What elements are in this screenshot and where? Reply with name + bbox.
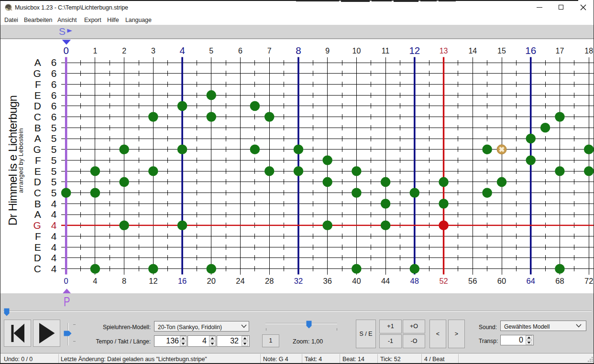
svg-text:F 4: F 4 xyxy=(35,231,57,242)
svg-text:24: 24 xyxy=(236,277,244,285)
svg-text:44: 44 xyxy=(381,277,390,285)
svg-text:48: 48 xyxy=(410,277,419,285)
svg-text:64: 64 xyxy=(527,277,535,285)
svg-text:C 4: C 4 xyxy=(34,263,57,274)
svg-text:36: 36 xyxy=(323,277,332,285)
svg-text:9: 9 xyxy=(325,47,330,55)
svg-text:C 6: C 6 xyxy=(34,111,57,122)
svg-text:20: 20 xyxy=(207,277,216,285)
svg-text:8: 8 xyxy=(296,45,301,56)
svg-text:52: 52 xyxy=(439,277,448,285)
svg-text:16: 16 xyxy=(525,45,536,56)
svg-text:6: 6 xyxy=(238,47,242,55)
svg-text:14: 14 xyxy=(468,47,477,55)
svg-text:G 6: G 6 xyxy=(33,68,56,79)
svg-text:7: 7 xyxy=(267,47,272,55)
svg-text:12: 12 xyxy=(149,277,157,285)
svg-text:A 6: A 6 xyxy=(34,57,57,68)
svg-text:32: 32 xyxy=(294,277,303,285)
svg-text:40: 40 xyxy=(352,277,361,285)
svg-text:B 5: B 5 xyxy=(34,122,57,133)
svg-text:F 6: F 6 xyxy=(35,79,57,90)
svg-text:A 4: A 4 xyxy=(34,209,57,220)
svg-text:3: 3 xyxy=(151,47,155,55)
svg-text:D 6: D 6 xyxy=(34,100,57,111)
svg-text:15: 15 xyxy=(497,47,506,55)
svg-text:28: 28 xyxy=(265,277,274,285)
svg-text:16: 16 xyxy=(178,277,187,285)
svg-text:1: 1 xyxy=(93,47,97,55)
svg-text:13: 13 xyxy=(440,47,448,55)
svg-text:C 5: C 5 xyxy=(34,187,57,198)
svg-text:D 5: D 5 xyxy=(34,176,57,187)
svg-text:0: 0 xyxy=(63,45,68,56)
svg-text:12: 12 xyxy=(409,45,420,56)
svg-text:E 6: E 6 xyxy=(34,90,57,101)
svg-text:E 5: E 5 xyxy=(34,166,57,177)
svg-text:2: 2 xyxy=(122,47,126,55)
svg-text:A 5: A 5 xyxy=(34,133,57,144)
svg-text:5: 5 xyxy=(209,47,213,55)
svg-text:68: 68 xyxy=(555,277,564,285)
svg-text:8: 8 xyxy=(122,277,126,285)
svg-text:F 5: F 5 xyxy=(35,155,57,166)
svg-text:G 4: G 4 xyxy=(33,220,56,231)
svg-text:4: 4 xyxy=(93,277,97,285)
svg-text:G 5: G 5 xyxy=(33,144,56,155)
svg-text:4: 4 xyxy=(179,45,185,56)
svg-text:18: 18 xyxy=(584,47,593,55)
svg-text:17: 17 xyxy=(556,47,564,55)
svg-text:arranged by Lebostein: arranged by Lebostein xyxy=(17,128,24,193)
svg-text:E 4: E 4 xyxy=(34,242,57,253)
svg-text:56: 56 xyxy=(468,277,477,285)
svg-text:11: 11 xyxy=(382,47,390,55)
svg-text:72: 72 xyxy=(584,277,593,285)
svg-text:0: 0 xyxy=(64,277,68,285)
svg-text:60: 60 xyxy=(497,277,506,285)
svg-text:B 4: B 4 xyxy=(34,198,57,209)
svg-text:D 4: D 4 xyxy=(34,252,57,263)
svg-text:10: 10 xyxy=(352,47,361,55)
